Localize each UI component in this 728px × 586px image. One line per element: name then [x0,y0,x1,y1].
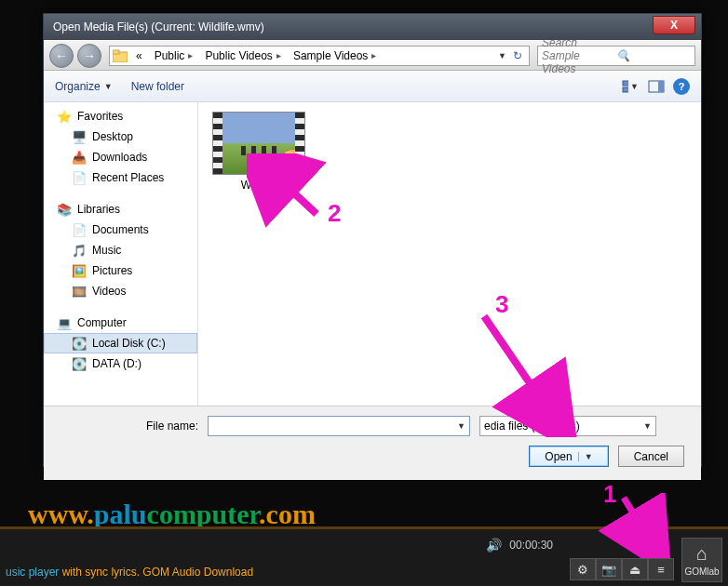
menu-button[interactable]: ≡ [648,558,674,580]
gom-overlay-icon [280,150,306,176]
recent-icon: 📄 [72,170,87,185]
chevron-down-icon: ▼ [630,82,639,91]
sidebar-item-recent-places[interactable]: 📄Recent Places [44,167,197,188]
view-mode-button[interactable]: ▼ [621,77,640,96]
preview-pane-button[interactable] [647,77,666,96]
help-icon: ? [679,81,685,92]
ticker: usic player with sync lyrics. GOM Audio … [0,566,253,579]
back-button[interactable]: ← [49,44,74,68]
control-panel-button[interactable]: ⚙ [570,558,596,580]
arrow-right-icon: → [83,48,96,63]
sidebar-item-videos[interactable]: 🎞️Videos [44,281,197,301]
file-label: Wildlife [208,179,310,192]
window-title: Open Media File(s) (Current: Wildlife.wm… [53,20,264,33]
volume-icon[interactable]: 🔊 [486,538,502,553]
search-placeholder: Search Sample Videos [542,36,616,75]
filename-label: File name: [59,420,198,433]
gomlab-button[interactable]: ⌂ GOMlab [681,538,722,582]
videos-icon: 🎞️ [72,284,87,299]
eject-icon: ⏏ [629,563,640,577]
help-button[interactable]: ? [673,78,690,95]
chevron-down-icon[interactable]: ▼ [498,51,506,60]
camera-icon: 📷 [601,563,616,577]
chevron-right-icon: ▸ [371,50,376,60]
time-display: 🔊 00:00:30 [486,538,553,553]
sidebar-group-computer[interactable]: 💻Computer [44,313,197,333]
libraries-icon: 📚 [57,202,72,217]
downloads-icon: 📥 [72,150,87,165]
computer-icon: 💻 [57,315,72,330]
sidebar-item-downloads[interactable]: 📥Downloads [44,147,197,167]
svg-rect-2 [623,81,628,86]
refresh-button[interactable]: ↻ [506,49,529,62]
file-list[interactable]: Wildlife [198,102,701,406]
open-file-dialog: Open Media File(s) (Current: Wildlife.wm… [43,13,702,467]
cancel-button[interactable]: Cancel [618,446,684,467]
desktop-icon: 🖥️ [72,129,87,144]
pictures-icon: 🖼️ [72,263,87,278]
svg-rect-4 [623,87,628,92]
player-bar: 🔊 00:00:30 usic player with sync lyrics.… [0,526,728,586]
sidebar-group-favorites[interactable]: ⭐Favorites [44,106,197,127]
sidebar-item-local-disk-c[interactable]: 💽Local Disk (C:) [44,333,197,353]
new-folder-button[interactable]: New folder [131,80,184,93]
sidebar-item-pictures[interactable]: 🖼️Pictures [44,260,197,281]
breadcrumb[interactable]: « Public▸ Public Videos▸ Sample Videos▸ … [109,46,530,66]
chevron-right-icon: ▸ [276,50,281,60]
close-button[interactable]: X [653,16,695,34]
breadcrumb-seg-sample-videos[interactable]: Sample Videos▸ [288,47,384,65]
drive-icon: 💽 [72,336,87,351]
documents-icon: 📄 [72,222,87,237]
drive-icon: 💽 [72,356,87,371]
svg-rect-7 [658,81,664,92]
chevron-down-icon[interactable]: ▼ [457,421,465,431]
chevron-right-icon: ▸ [188,50,193,60]
video-thumbnail [212,112,305,175]
sidebar-item-music[interactable]: 🎵Music [44,240,197,260]
folder-icon [110,46,130,66]
home-icon: ⌂ [696,543,708,565]
screenshot-button[interactable]: 📷 [596,558,622,580]
titlebar: Open Media File(s) (Current: Wildlife.wm… [44,14,701,40]
open-file-button[interactable]: ⏏ [622,558,648,580]
sliders-icon: ⚙ [577,563,588,577]
progress-bar[interactable] [0,526,728,529]
hamburger-icon: ≡ [657,563,665,577]
search-input[interactable]: Search Sample Videos 🔍 [537,46,695,66]
chevron-down-icon: ▼ [104,82,113,91]
chevron-down-icon: ▼ [643,421,652,431]
dialog-footer: File name: ▼ edia files (all types) ▼ Op… [44,406,701,480]
filename-input[interactable]: ▼ [208,416,470,436]
sidebar-item-desktop[interactable]: 🖥️Desktop [44,127,197,147]
sidebar-group-libraries[interactable]: 📚Libraries [44,199,197,220]
file-item-wildlife[interactable]: Wildlife [208,112,310,192]
search-icon: 🔍 [616,49,691,62]
arrow-left-icon: ← [55,48,68,63]
nav-sidebar: ⭐Favorites 🖥️Desktop 📥Downloads 📄Recent … [44,102,198,406]
close-icon: X [670,19,678,32]
organize-menu[interactable]: Organize ▼ [55,80,113,93]
breadcrumb-prefix[interactable]: « [130,47,149,65]
watermark: www.palucomputer.com [28,499,316,530]
breadcrumb-seg-public-videos[interactable]: Public Videos▸ [199,47,288,65]
open-dropdown-icon[interactable]: ▼ [578,452,593,461]
sidebar-item-documents[interactable]: 📄Documents [44,220,197,240]
file-type-select[interactable]: edia files (all types) ▼ [479,416,656,436]
music-icon: 🎵 [72,243,87,258]
forward-button[interactable]: → [77,44,101,68]
open-button[interactable]: Open ▼ [529,446,608,467]
svg-rect-1 [113,50,119,54]
star-icon: ⭐ [57,109,72,124]
annotation-label-1: 1 [603,480,616,509]
toolbar: Organize ▼ New folder ▼ ? [44,71,701,102]
breadcrumb-seg-public[interactable]: Public▸ [149,47,200,65]
sidebar-item-data-d[interactable]: 💽DATA (D:) [44,353,197,374]
nav-bar: ← → « Public▸ Public Videos▸ Sample Vide… [44,40,701,71]
